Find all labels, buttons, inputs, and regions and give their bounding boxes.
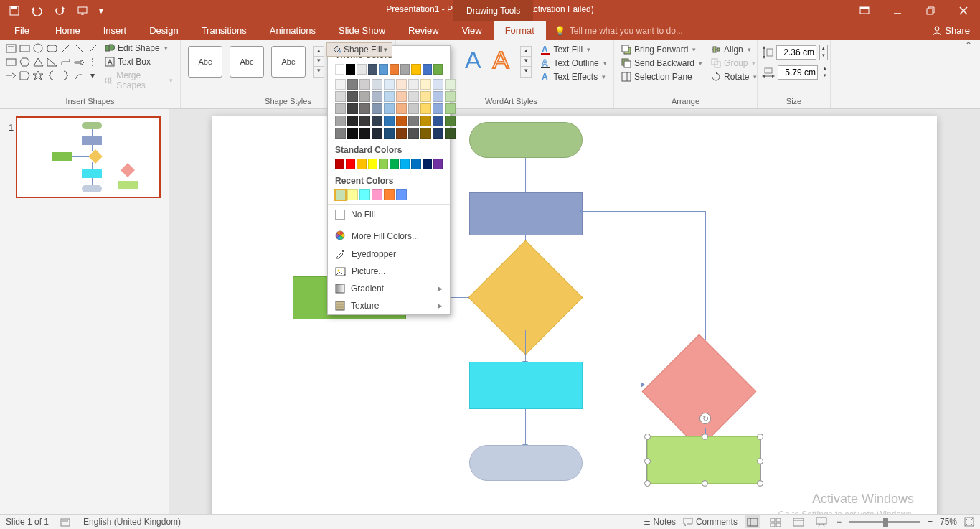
connector[interactable]	[583, 385, 641, 385]
shape-star-icon[interactable]	[32, 69, 44, 82]
color-swatch[interactable]	[408, 128, 419, 139]
color-swatch[interactable]	[408, 103, 419, 114]
color-swatch[interactable]	[346, 64, 355, 75]
tab-slideshow[interactable]: Slide Show	[327, 21, 397, 40]
color-swatch[interactable]	[384, 189, 395, 200]
shape-style-preset-3[interactable]: Abc	[271, 46, 306, 78]
color-swatch[interactable]	[423, 159, 432, 169]
color-swatch[interactable]	[359, 189, 370, 200]
bring-forward-button[interactable]: Bring Forward▾	[618, 43, 705, 56]
zoom-level[interactable]: 75%	[940, 517, 957, 527]
flowchart-process-3[interactable]	[469, 362, 583, 409]
shape-arrow-icon[interactable]	[72, 55, 85, 68]
tab-review[interactable]: Review	[397, 21, 451, 40]
texture-item[interactable]: Texture▶	[328, 297, 450, 314]
color-swatch[interactable]	[359, 116, 370, 126]
rotate-button[interactable]: Rotate▾	[708, 70, 760, 83]
color-swatch[interactable]	[372, 116, 382, 126]
undo-button[interactable]	[27, 2, 47, 19]
color-swatch[interactable]	[372, 128, 382, 139]
tab-home[interactable]: Home	[44, 21, 92, 40]
shape-style-preset-2[interactable]: Abc	[230, 46, 264, 78]
fit-to-window-button[interactable]	[964, 517, 974, 527]
color-swatch[interactable]	[396, 103, 407, 114]
connector[interactable]	[525, 330, 526, 362]
text-box-button[interactable]: AText Box	[102, 55, 176, 68]
zoom-out-button[interactable]: −	[837, 517, 842, 527]
style-nav-up[interactable]: ▴	[314, 47, 324, 57]
style-nav-more[interactable]: ▾	[314, 67, 324, 77]
color-swatch[interactable]	[347, 189, 358, 200]
color-swatch[interactable]	[384, 128, 395, 139]
color-swatch[interactable]	[335, 64, 344, 75]
ribbon-display-button[interactable]	[848, 0, 881, 21]
color-swatch[interactable]	[359, 128, 370, 139]
eyedropper-item[interactable]: Eyedropper	[328, 245, 450, 263]
slide[interactable]: ↻ Activate Windows Go to Settings to act…	[212, 116, 937, 514]
color-swatch[interactable]	[433, 159, 443, 169]
slide-sorter-view-button[interactable]	[768, 515, 783, 528]
rotate-handle[interactable]: ↻	[699, 413, 711, 424]
color-swatch[interactable]	[335, 189, 346, 200]
color-swatch[interactable]	[372, 79, 382, 90]
color-swatch[interactable]	[359, 79, 370, 90]
color-swatch[interactable]	[411, 159, 420, 169]
picture-item[interactable]: Picture...	[328, 263, 450, 280]
color-swatch[interactable]	[335, 116, 346, 126]
color-swatch[interactable]	[400, 64, 410, 75]
height-spin-up[interactable]: ▴	[820, 45, 827, 52]
more-fill-colors-item[interactable]: More Fill Colors...	[328, 227, 450, 245]
color-swatch[interactable]	[433, 64, 443, 75]
color-swatch[interactable]	[420, 103, 431, 114]
color-swatch[interactable]	[408, 79, 419, 90]
tab-insert[interactable]: Insert	[92, 21, 138, 40]
tell-me-search[interactable]: 💡Tell me what you want to do...	[546, 21, 922, 40]
wordart-preset-1[interactable]: A	[465, 46, 481, 78]
color-swatch[interactable]	[445, 128, 456, 139]
shape-line-icon[interactable]	[59, 42, 72, 55]
shape-textbox-icon[interactable]	[4, 42, 17, 55]
color-swatch[interactable]	[372, 189, 382, 200]
color-swatch[interactable]	[420, 79, 431, 90]
shape-brace2-icon[interactable]	[59, 69, 72, 82]
shape-line3-icon[interactable]	[86, 42, 99, 55]
color-swatch[interactable]	[390, 64, 399, 75]
shape-rect2-icon[interactable]	[4, 55, 17, 68]
wordart-preset-2[interactable]: A	[493, 46, 509, 78]
color-swatch[interactable]	[400, 159, 410, 169]
color-swatch[interactable]	[335, 159, 344, 169]
gradient-item[interactable]: Gradient▶	[328, 280, 450, 297]
color-swatch[interactable]	[384, 103, 395, 114]
connector[interactable]	[525, 409, 526, 445]
selection-pane-button[interactable]: Selection Pane	[618, 70, 705, 83]
color-swatch[interactable]	[359, 103, 370, 114]
color-swatch[interactable]	[335, 79, 346, 90]
color-swatch[interactable]	[384, 116, 395, 126]
share-button[interactable]: Share	[922, 21, 980, 40]
color-swatch[interactable]	[445, 91, 456, 102]
redo-button[interactable]	[50, 2, 70, 19]
color-swatch[interactable]	[335, 103, 346, 114]
flowchart-process-1[interactable]	[469, 192, 583, 235]
color-swatch[interactable]	[357, 64, 366, 75]
tab-file[interactable]: File	[0, 21, 44, 40]
color-swatch[interactable]	[423, 64, 432, 75]
minimize-button[interactable]	[881, 0, 914, 21]
flowchart-terminator-start[interactable]	[469, 122, 583, 158]
color-swatch[interactable]	[408, 91, 419, 102]
shape-pent-icon[interactable]	[18, 69, 31, 82]
normal-view-button[interactable]	[745, 515, 760, 528]
shape-more2-icon[interactable]: ▾	[86, 69, 99, 82]
qat-customize-button[interactable]: ▾	[96, 2, 106, 19]
shape-brace-icon[interactable]	[45, 69, 58, 82]
color-swatch[interactable]	[420, 91, 431, 102]
text-outline-button[interactable]: AText Outline▾	[537, 57, 609, 70]
flowchart-process-selected[interactable]: ↻	[647, 436, 760, 484]
color-swatch[interactable]	[396, 189, 407, 200]
zoom-slider[interactable]	[849, 521, 920, 523]
text-effects-button[interactable]: AText Effects▾	[537, 70, 609, 83]
color-swatch[interactable]	[445, 103, 456, 114]
color-swatch[interactable]	[445, 116, 456, 126]
wordart-nav-more[interactable]: ▾	[521, 67, 531, 77]
color-swatch[interactable]	[347, 91, 358, 102]
